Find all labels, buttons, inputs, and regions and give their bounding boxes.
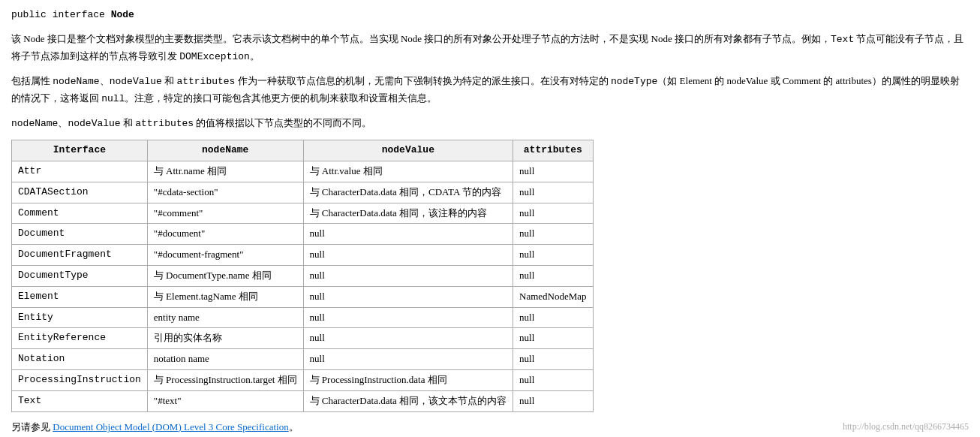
table-cell-3-3: null (513, 224, 594, 245)
table-cell-5-2: null (303, 266, 513, 287)
paragraph-1: 该 Node 接口是整个文档对象模型的主要数据类型。它表示该文档树中的单个节点。… (11, 31, 969, 65)
table-cell-2-3: null (513, 203, 594, 224)
table-cell-8-0: EntityReference (12, 328, 148, 349)
inline-code-nodevalue: nodeValue (110, 76, 162, 87)
keyword-public: public (11, 9, 47, 20)
table-cell-7-0: Entity (12, 307, 148, 328)
table-cell-5-3: null (513, 266, 594, 287)
table-row: Document"#document"nullnull (12, 224, 594, 245)
table-cell-9-3: null (513, 349, 594, 370)
col-header-nodevalue: nodeValue (303, 140, 513, 161)
table-cell-5-1: 与 DocumentType.name 相同 (147, 266, 303, 287)
table-row: ProcessingInstruction与 ProcessingInstruc… (12, 370, 594, 391)
table-cell-6-0: Element (12, 286, 148, 307)
table-row: DocumentFragment"#document-fragment"null… (12, 245, 594, 266)
inline-code-nodevalue2: nodeValue (68, 118, 120, 129)
table-cell-2-2: 与 CharacterData.data 相同，该注释的内容 (303, 203, 513, 224)
node-table: Interface nodeName nodeValue attributes … (11, 140, 594, 411)
table-cell-8-2: null (303, 328, 513, 349)
table-row: DocumentType与 DocumentType.name 相同nullnu… (12, 266, 594, 287)
table-cell-4-2: null (303, 245, 513, 266)
class-name: Node (111, 9, 134, 20)
table-cell-4-1: "#document-fragment" (147, 245, 303, 266)
col-header-nodename: nodeName (147, 140, 303, 161)
inline-code-attributes2: attributes (135, 118, 194, 129)
table-cell-1-2: 与 CharacterData.data 相同，CDATA 节的内容 (303, 182, 513, 203)
inline-code-domexception: DOMException (179, 51, 250, 62)
table-row: EntityReference引用的实体名称nullnull (12, 328, 594, 349)
table-cell-1-1: "#cdata-section" (147, 182, 303, 203)
inline-code-nodename: nodeName (53, 76, 99, 87)
table-row: Attr与 Attr.name 相同与 Attr.value 相同null (12, 161, 594, 182)
table-cell-0-2: 与 Attr.value 相同 (303, 161, 513, 182)
inline-code-nodetype: nodeType (611, 76, 657, 87)
table-cell-7-1: entity name (147, 307, 303, 328)
table-cell-1-0: CDATASection (12, 182, 148, 203)
table-row: Element与 Element.tagName 相同nullNamedNode… (12, 286, 594, 307)
table-cell-4-0: DocumentFragment (12, 245, 148, 266)
table-row: CDATASection"#cdata-section"与 CharacterD… (12, 182, 594, 203)
inline-code-text: Text (831, 34, 854, 45)
table-cell-1-3: null (513, 182, 594, 203)
url-display: http://blog.csdn.net/qq8266734465 (843, 420, 969, 434)
table-cell-6-1: 与 Element.tagName 相同 (147, 286, 303, 307)
paragraph-2: 包括属性 nodeName、nodeValue 和 attributes 作为一… (11, 73, 969, 107)
table-cell-0-1: 与 Attr.name 相同 (147, 161, 303, 182)
table-cell-11-1: "#text" (147, 390, 303, 411)
table-row: Entityentity namenullnull (12, 307, 594, 328)
inline-code-attributes: attributes (176, 76, 235, 87)
table-cell-10-3: null (513, 370, 594, 391)
table-cell-3-2: null (303, 224, 513, 245)
table-row: Comment"#comment"与 CharacterData.data 相同… (12, 203, 594, 224)
table-cell-3-0: Document (12, 224, 148, 245)
footer-prefix: 另请参见 (11, 421, 53, 432)
table-cell-8-3: null (513, 328, 594, 349)
table-header-row: Interface nodeName nodeValue attributes (12, 140, 594, 161)
footer: http://blog.csdn.net/qq8266734465 另请参见 D… (11, 420, 969, 435)
paragraph-3: nodeName、nodeValue 和 attributes 的值将根据以下节… (11, 115, 969, 132)
table-cell-9-1: notation name (147, 349, 303, 370)
dom-spec-link[interactable]: Document Object Model (DOM) Level 3 Core… (53, 421, 288, 432)
col-header-interface: Interface (12, 140, 148, 161)
table-cell-6-3: NamedNodeMap (513, 286, 594, 307)
table-cell-11-2: 与 CharacterData.data 相同，该文本节点的内容 (303, 390, 513, 411)
table-cell-6-2: null (303, 286, 513, 307)
table-cell-11-0: Text (12, 390, 148, 411)
table-cell-9-0: Notation (12, 349, 148, 370)
table-cell-2-1: "#comment" (147, 203, 303, 224)
table-cell-10-1: 与 ProcessingInstruction.target 相同 (147, 370, 303, 391)
table-cell-11-3: null (513, 390, 594, 411)
table-cell-7-3: null (513, 307, 594, 328)
inline-code-null: null (101, 93, 125, 104)
table-cell-3-1: "#document" (147, 224, 303, 245)
col-header-attributes: attributes (513, 140, 594, 161)
table-cell-7-2: null (303, 307, 513, 328)
table-row: Text"#text"与 CharacterData.data 相同，该文本节点… (12, 390, 594, 411)
table-cell-8-1: 引用的实体名称 (147, 328, 303, 349)
table-cell-4-3: null (513, 245, 594, 266)
table-row: Notationnotation namenullnull (12, 349, 594, 370)
table-cell-10-0: ProcessingInstruction (12, 370, 148, 391)
table-cell-5-0: DocumentType (12, 266, 148, 287)
table-cell-10-2: 与 ProcessingInstruction.data 相同 (303, 370, 513, 391)
table-cell-0-0: Attr (12, 161, 148, 182)
inline-code-nodename2: nodeName (11, 118, 58, 129)
table-cell-2-0: Comment (12, 203, 148, 224)
table-cell-0-3: null (513, 161, 594, 182)
table-cell-9-2: null (303, 349, 513, 370)
code-header: public interface Node (11, 8, 969, 23)
